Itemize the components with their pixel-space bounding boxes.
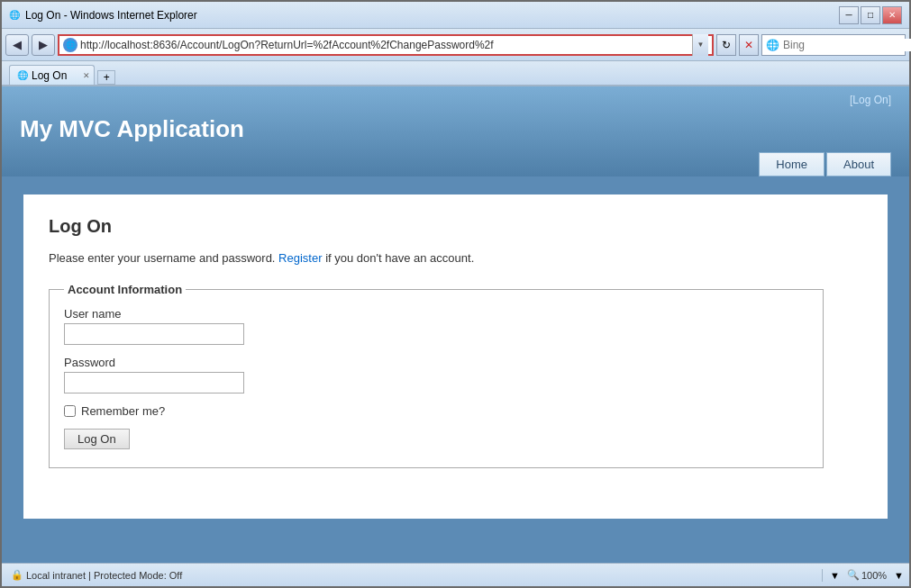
- webpage: [ Log On ] My MVC Application Home About…: [2, 86, 909, 563]
- security-icon: 🔒: [11, 569, 23, 581]
- zoom-text: 100%: [861, 570, 887, 581]
- tab-close-button[interactable]: ✕: [83, 71, 90, 80]
- tab-icon: 🌐: [17, 70, 28, 80]
- search-engine-label: 🌐: [766, 39, 779, 51]
- forward-button[interactable]: ▶: [32, 34, 55, 56]
- fieldset-legend: Account Information: [64, 283, 186, 296]
- browser-icon: 🌐: [9, 10, 20, 20]
- username-field: User name: [64, 307, 808, 345]
- address-dropdown-button[interactable]: ▼: [692, 34, 708, 56]
- refresh-button[interactable]: ↻: [716, 34, 736, 56]
- security-text: Local intranet | Protected Mode: Off: [26, 570, 182, 581]
- page-heading: Log On: [49, 216, 862, 237]
- zoom-display: 🔍 100%: [847, 569, 887, 581]
- password-input[interactable]: [64, 372, 244, 394]
- password-label: Password: [64, 356, 808, 369]
- intro-paragraph: Please enter your username and password.…: [49, 251, 862, 265]
- security-info: 🔒 Local intranet | Protected Mode: Off: [11, 569, 182, 581]
- remember-checkbox[interactable]: [64, 405, 76, 417]
- nav-bar: ◀ ▶ 🌐 ▼ ↻ ✕ 🌐 🔍: [2, 29, 909, 61]
- header-logon-link[interactable]: Log On: [852, 94, 888, 106]
- nav-about-button[interactable]: About: [826, 152, 891, 176]
- username-input[interactable]: [64, 323, 244, 345]
- tabs-bar: 🌐 Log On ✕ +: [2, 61, 909, 86]
- status-divider-1: [822, 569, 823, 582]
- back-button[interactable]: ◀: [5, 34, 29, 56]
- zoom-down-arrow-button[interactable]: ▼: [894, 570, 904, 581]
- title-bar-buttons: ─ □ ✕: [839, 6, 902, 24]
- intro-text-after: if you don't have an account.: [325, 251, 474, 265]
- password-field: Password: [64, 356, 808, 394]
- zoom-down-button[interactable]: ▼: [830, 570, 840, 581]
- remember-label: Remember me?: [81, 404, 165, 418]
- title-bar: 🌐 Log On - Windows Internet Explorer ─ □…: [2, 2, 909, 29]
- site-title: My MVC Application: [20, 110, 891, 152]
- account-fieldset: Account Information User name Password R…: [49, 283, 824, 468]
- address-input[interactable]: [80, 39, 692, 51]
- search-bar: 🌐 🔍: [761, 34, 906, 56]
- restore-button[interactable]: □: [861, 6, 880, 24]
- site-header: [ Log On ] My MVC Application Home About: [2, 86, 909, 176]
- username-label: User name: [64, 307, 808, 321]
- site-content: Log On Please enter your username and pa…: [2, 176, 909, 563]
- stop-button[interactable]: ✕: [739, 34, 759, 56]
- remember-row: Remember me?: [64, 404, 808, 418]
- address-bar: 🌐 ▼: [58, 34, 714, 56]
- browser-window: 🌐 Log On - Windows Internet Explorer ─ □…: [0, 0, 911, 588]
- intro-text-before: Please enter your username and password.: [49, 251, 278, 265]
- address-bar-container: 🌐 ▼ ↻ ✕: [58, 34, 759, 56]
- logon-submit-button[interactable]: Log On: [64, 429, 130, 449]
- new-tab-button[interactable]: +: [97, 70, 115, 85]
- zoom-icon: 🔍: [847, 569, 860, 581]
- tab-label: Log On: [32, 69, 67, 82]
- header-top: [ Log On ]: [20, 86, 891, 110]
- nav-home-button[interactable]: Home: [759, 152, 824, 176]
- content-box: Log On Please enter your username and pa…: [23, 194, 888, 519]
- site-nav: Home About: [20, 152, 891, 176]
- register-link[interactable]: Register: [278, 251, 322, 265]
- status-right: ▼ 🔍 100% ▼: [822, 569, 904, 582]
- page-icon: 🌐: [63, 38, 77, 52]
- search-input[interactable]: [783, 39, 911, 51]
- active-tab[interactable]: 🌐 Log On ✕: [9, 65, 95, 85]
- minimize-button[interactable]: ─: [839, 6, 859, 24]
- status-bar: 🔒 Local intranet | Protected Mode: Off ▼…: [2, 563, 909, 586]
- close-button[interactable]: ✕: [882, 6, 902, 24]
- title-bar-text: Log On - Windows Internet Explorer: [25, 9, 834, 22]
- header-logon-bracket-close: ]: [888, 94, 891, 106]
